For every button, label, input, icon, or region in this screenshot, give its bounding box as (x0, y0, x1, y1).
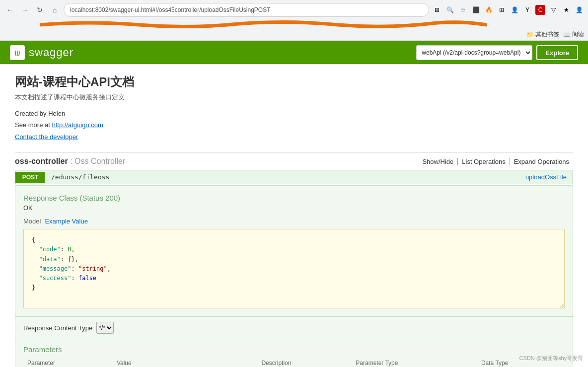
code-comma2: , (75, 256, 78, 263)
response-status-text: OK (23, 204, 565, 212)
expand-operations-link[interactable]: Expand Operations (510, 158, 573, 165)
swagger-controls: webApi (/v2/api-docs?group=webApi) Explo… (416, 45, 578, 60)
code-colon1: : (61, 246, 68, 253)
code-colon4: : (71, 275, 78, 282)
bookmark-icon[interactable]: ☆ (458, 5, 468, 15)
folder-icon: 📁 (526, 31, 534, 38)
swagger-header: {|} swagger webApi (/v2/api-docs?group=w… (0, 41, 588, 64)
bookmark-other-label: 其他书签 (535, 30, 559, 39)
orange-scribble (40, 20, 487, 29)
url-text: localhost:8002/swagger-ui.html#!/oss45co… (70, 6, 271, 13)
bookmark-other[interactable]: 📁 其他书签 (526, 30, 559, 39)
code-val-message: "string" (78, 265, 107, 272)
profile-icon[interactable]: 👤 (574, 5, 584, 15)
parameters-title: Parameters (23, 345, 565, 354)
see-more-label: See more at (15, 121, 50, 129)
code-val-data: {} (68, 256, 74, 263)
search-icon[interactable]: 🔍 (445, 5, 455, 15)
example-value-link[interactable]: Example Value (45, 218, 87, 225)
param-col-value: Value (113, 358, 257, 367)
controller-separator: : (70, 157, 72, 165)
response-title: Response Class (Status 200) (23, 194, 565, 202)
controller-operations: Show/Hide List Operations Expand Operati… (418, 158, 573, 165)
extensions-icon[interactable]: ⊞ (432, 5, 442, 15)
extension6-icon[interactable]: C (535, 5, 545, 15)
controller-name: Oss Controller (74, 157, 125, 165)
bookmark-read-label: 阅读 (572, 30, 584, 39)
endpoint-row[interactable]: POST /eduoss/fileoss uploadOssFile (15, 170, 573, 184)
controller-section: oss-controller : Oss Controller Show/Hid… (15, 152, 573, 367)
nav-forward-button[interactable]: → (19, 4, 31, 16)
contact-developer: Contact the developer (15, 131, 573, 143)
extension3-icon[interactable]: ⊞ (497, 5, 507, 15)
address-bar: localhost:8002/swagger-ui.html#!/oss45co… (64, 3, 429, 17)
param-col-description: Description (257, 358, 352, 367)
params-header-row: Parameter Value Description Parameter Ty… (23, 358, 565, 367)
api-subtitle: 本文档描述了课程中心微服务接口定义 (15, 93, 573, 102)
parameters-section: Parameters Parameter Value Description P… (15, 339, 573, 367)
extension8-icon[interactable]: ★ (561, 5, 571, 15)
code-comma1: , (71, 246, 74, 253)
browser-chrome: ← → ↻ ⌂ localhost:8002/swagger-ui.html#!… (0, 0, 588, 41)
controller-id: oss-controller (15, 157, 68, 165)
swagger-logo: {|} swagger (10, 45, 74, 60)
code-brace-open: { (32, 236, 35, 243)
extension2-icon[interactable]: 🔥 (484, 5, 494, 15)
code-key-message: "message" (32, 265, 71, 272)
read-icon: 📖 (563, 31, 571, 38)
api-title: 网站-课程中心API文档 (15, 74, 573, 90)
nav-back-button[interactable]: ← (4, 4, 16, 16)
swagger-logo-icon: {|} (10, 45, 25, 60)
watermark: CSDN @别团等shy哥发育 (519, 355, 583, 362)
see-more-row: See more at http://atguigu.com (15, 119, 573, 131)
endpoint-path: /eduoss/fileoss (45, 170, 519, 184)
method-badge: POST (15, 172, 45, 183)
response-section: Response Class (Status 200) OK Model Exa… (15, 185, 573, 317)
parameters-table: Parameter Value Description Parameter Ty… (23, 358, 565, 367)
code-key-code: "code" (32, 246, 61, 253)
bookmarks-bar: 📁 其他书签 📖 阅读 (0, 29, 588, 41)
extension5-icon[interactable]: Y (522, 5, 532, 15)
nav-home-button[interactable]: ⌂ (49, 4, 61, 16)
param-col-param-type: Parameter Type (352, 358, 477, 367)
code-colon3: : (71, 265, 78, 272)
main-content: 网站-课程中心API文档 本文档描述了课程中心微服务接口定义 Created b… (0, 64, 588, 367)
code-block: { "code": 0, "data": {}, "message": "str… (23, 229, 565, 308)
swagger-logo-text: swagger (29, 46, 74, 59)
created-by: Created by Helen (15, 108, 573, 119)
extension7-icon[interactable]: ▽ (548, 5, 558, 15)
extension4-icon[interactable]: 👤 (510, 5, 519, 15)
show-hide-link[interactable]: Show/Hide (418, 158, 458, 165)
code-val-success: false (78, 275, 96, 282)
bookmark-read[interactable]: 📖 阅读 (563, 30, 584, 39)
contact-developer-link[interactable]: Contact the developer (15, 133, 78, 141)
code-colon2: : (61, 256, 68, 263)
response-content-type-section: Response Content Type */* (15, 317, 573, 339)
browser-toolbar: ← → ↻ ⌂ localhost:8002/swagger-ui.html#!… (0, 0, 588, 20)
browser-icons: ⊞ 🔍 ☆ ⬛ 🔥 ⊞ 👤 Y C ▽ ★ 👤 (432, 5, 584, 15)
response-content-type-select[interactable]: */* (96, 322, 114, 334)
model-label: Model (23, 218, 41, 225)
extension1-icon[interactable]: ⬛ (471, 5, 481, 15)
endpoint-operation-name: uploadOssFile (519, 170, 573, 184)
api-info-section: 网站-课程中心API文档 本文档描述了课程中心微服务接口定义 Created b… (15, 74, 573, 143)
param-col-parameter: Parameter (23, 358, 113, 367)
model-row: Model Example Value (23, 218, 565, 225)
nav-refresh-button[interactable]: ↻ (34, 4, 46, 16)
controller-title: oss-controller : Oss Controller (15, 157, 125, 166)
list-operations-link[interactable]: List Operations (458, 158, 510, 165)
code-brace-close: } (32, 284, 35, 291)
explore-button[interactable]: Explore (536, 45, 578, 60)
see-more-link[interactable]: http://atguigu.com (52, 121, 103, 129)
code-key-data: "data" (32, 256, 61, 263)
code-comma3: , (107, 265, 111, 272)
response-content-type-label: Response Content Type (23, 324, 92, 332)
code-key-success: "success" (32, 275, 71, 282)
api-select[interactable]: webApi (/v2/api-docs?group=webApi) (416, 45, 532, 60)
controller-header: oss-controller : Oss Controller Show/Hid… (15, 152, 573, 170)
api-contact-info: Created by Helen See more at http://atgu… (15, 108, 573, 143)
